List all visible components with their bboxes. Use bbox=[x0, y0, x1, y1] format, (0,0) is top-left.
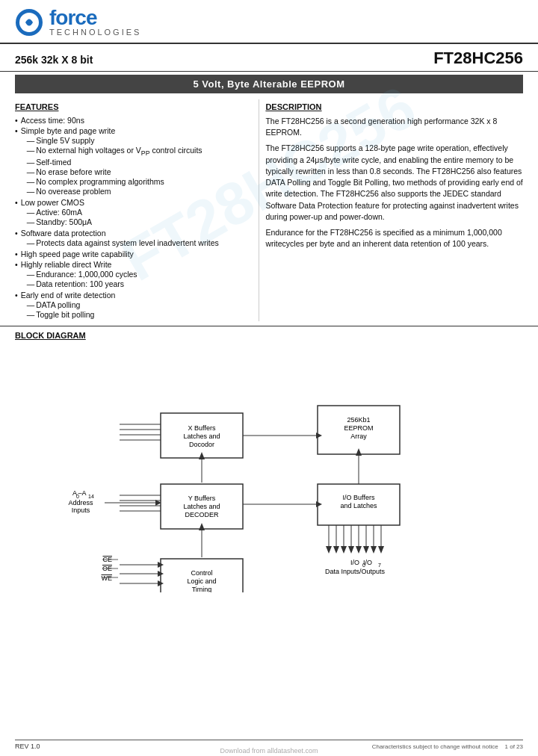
logo-force-text: force bbox=[49, 7, 141, 28]
sub-item: Active: 60mA bbox=[27, 208, 92, 217]
title-bar: 5 Volt, Byte Alterable EEPROM bbox=[15, 75, 523, 93]
sub-list: Active: 60mA Standby: 500μA bbox=[21, 208, 92, 226]
main-content: FEATURES • Access time: 90ns • Simple by… bbox=[0, 93, 538, 321]
part-description: 256k 32k X 8 bit bbox=[15, 54, 93, 66]
list-item: • High speed page write capability bbox=[15, 250, 250, 258]
list-item: • Software data protection Protects data… bbox=[15, 229, 250, 248]
svg-text:Array: Array bbox=[350, 433, 367, 440]
svg-text:Data Inputs/Outputs: Data Inputs/Outputs bbox=[325, 568, 386, 575]
feature-group: Early end of write detection DATA pollin… bbox=[21, 291, 116, 320]
part-number: FT28HC256 bbox=[433, 49, 523, 68]
svg-text:14: 14 bbox=[88, 494, 94, 499]
block-diagram-heading: BLOCK DIAGRAM bbox=[15, 331, 523, 340]
diagram-container: X Buffers Latches and Docodor 256Kb1 EEP… bbox=[15, 346, 523, 592]
svg-point-2 bbox=[27, 20, 31, 25]
list-item: • Access time: 90ns bbox=[15, 116, 250, 125]
list-item: • Highly reliable direct Write Endurance… bbox=[15, 260, 250, 289]
bullet-icon: • bbox=[15, 126, 18, 196]
svg-marker-48 bbox=[341, 546, 347, 554]
svg-text:Timing: Timing bbox=[192, 586, 212, 592]
features-list: • Access time: 90ns • Simple byte and pa… bbox=[15, 116, 250, 320]
header: force TECHNOLOGIES bbox=[0, 0, 538, 44]
sub-item: Toggle bit polling bbox=[27, 310, 116, 319]
feature-text: Highly reliable direct Write bbox=[21, 260, 112, 269]
svg-marker-49 bbox=[348, 546, 354, 554]
sub-list: Endurance: 1,000,000 cycles Data retenti… bbox=[21, 270, 137, 288]
svg-text:256Kb1: 256Kb1 bbox=[347, 416, 370, 424]
description-para-3: Endurance for the FT28HC256 is specified… bbox=[265, 227, 523, 250]
feature-text: High speed page write capability bbox=[21, 250, 134, 258]
bullet-icon: • bbox=[15, 116, 18, 125]
sub-item: Endurance: 1,000,000 cycles bbox=[27, 270, 137, 279]
bullet-icon: • bbox=[15, 198, 18, 227]
svg-marker-53 bbox=[378, 546, 384, 554]
svg-text:I/O Buffers: I/O Buffers bbox=[343, 494, 375, 501]
svg-text:Latches and: Latches and bbox=[183, 503, 220, 510]
feature-text: Simple byte and page write bbox=[21, 126, 116, 135]
sub-item: No overease problem bbox=[27, 187, 202, 196]
sub-item: No erase before write bbox=[27, 167, 202, 176]
svg-text:WE: WE bbox=[102, 574, 113, 582]
bullet-icon: • bbox=[15, 291, 18, 320]
sub-list: Protects data against system level inadv… bbox=[21, 238, 219, 247]
svg-marker-50 bbox=[356, 546, 362, 554]
svg-text:Control: Control bbox=[191, 569, 212, 577]
bullet-icon: • bbox=[15, 250, 18, 258]
svg-text:DECODER: DECODER bbox=[185, 511, 219, 518]
sub-list: DATA polling Toggle bit polling bbox=[21, 300, 116, 319]
description-para-1: The FT28HC256 is a second generation hig… bbox=[265, 116, 523, 138]
feature-group: Highly reliable direct Write Endurance: … bbox=[21, 260, 137, 289]
svg-text:I/O: I/O bbox=[363, 559, 372, 566]
sub-item: Standby: 500μA bbox=[27, 217, 92, 226]
svg-text:Address: Address bbox=[68, 499, 93, 506]
feature-text: Early end of write detection bbox=[21, 291, 116, 300]
svg-text:Latches and: Latches and bbox=[183, 433, 220, 440]
bullet-icon: • bbox=[15, 229, 18, 248]
sub-item: Protects data against system level inadv… bbox=[27, 238, 219, 247]
features-heading: FEATURES bbox=[15, 102, 250, 111]
svg-text:Y Buffers: Y Buffers bbox=[188, 495, 216, 502]
sub-list: Single 5V supply No external high voltag… bbox=[21, 136, 202, 196]
svg-text:Docodor: Docodor bbox=[189, 441, 214, 448]
svg-marker-47 bbox=[333, 546, 339, 554]
sub-item: Data retention: 100 years bbox=[27, 279, 137, 288]
svg-text:Inputs: Inputs bbox=[72, 506, 90, 514]
block-diagram-svg: X Buffers Latches and Docodor 256Kb1 EEP… bbox=[22, 346, 516, 592]
description-para-2: The FT28HC256 supports a 128-byte page w… bbox=[265, 143, 523, 223]
svg-text:I/O: I/O bbox=[350, 559, 359, 566]
bullet-icon: • bbox=[15, 260, 18, 289]
svg-text:Logic and: Logic and bbox=[187, 577, 216, 585]
svg-marker-51 bbox=[363, 546, 369, 554]
svg-text:and Latches: and Latches bbox=[340, 502, 377, 509]
logo-technologies-text: TECHNOLOGIES bbox=[49, 28, 141, 37]
features-column: FEATURES • Access time: 90ns • Simple by… bbox=[15, 99, 259, 321]
svg-text:–A: –A bbox=[78, 489, 86, 497]
feature-group: Software data protection Protects data a… bbox=[21, 229, 219, 248]
svg-marker-46 bbox=[326, 546, 332, 554]
block-diagram-section: BLOCK DIAGRAM X Buffers Latches and Doco… bbox=[0, 326, 538, 592]
description-column: DESCRIPTION The FT28HC256 is a second ge… bbox=[259, 99, 523, 321]
feature-text: Software data protection bbox=[21, 229, 106, 238]
sub-item: Single 5V supply bbox=[27, 136, 202, 145]
list-item: • Early end of write detection DATA poll… bbox=[15, 291, 250, 320]
svg-text:X Buffers: X Buffers bbox=[188, 424, 216, 432]
logo-icon bbox=[15, 8, 43, 37]
svg-marker-52 bbox=[371, 546, 377, 554]
description-heading: DESCRIPTION bbox=[265, 102, 523, 111]
sub-item: No external high voltages or VPP control… bbox=[27, 146, 202, 157]
feature-text: Low power CMOS bbox=[21, 198, 84, 207]
logo-text: force TECHNOLOGIES bbox=[49, 7, 141, 37]
logo-area: force TECHNOLOGIES bbox=[15, 7, 141, 37]
feature-group: Simple byte and page write Single 5V sup… bbox=[21, 126, 202, 196]
download-label: Download from alldatasheet.com bbox=[220, 747, 318, 755]
list-item: • Low power CMOS Active: 60mA Standby: 5… bbox=[15, 198, 250, 227]
svg-text:7: 7 bbox=[378, 563, 381, 568]
feature-text: Access time: 90ns bbox=[21, 116, 84, 125]
sub-item: Self-timed bbox=[27, 158, 202, 167]
list-item: • Simple byte and page write Single 5V s… bbox=[15, 126, 250, 196]
sub-item: No complex programming algorithms bbox=[27, 177, 202, 186]
product-title: 5 Volt, Byte Alterable EEPROM bbox=[193, 78, 344, 90]
svg-text:EEPROM: EEPROM bbox=[344, 424, 373, 432]
sub-item: DATA polling bbox=[27, 300, 116, 309]
feature-group: Low power CMOS Active: 60mA Standby: 500… bbox=[21, 198, 92, 227]
